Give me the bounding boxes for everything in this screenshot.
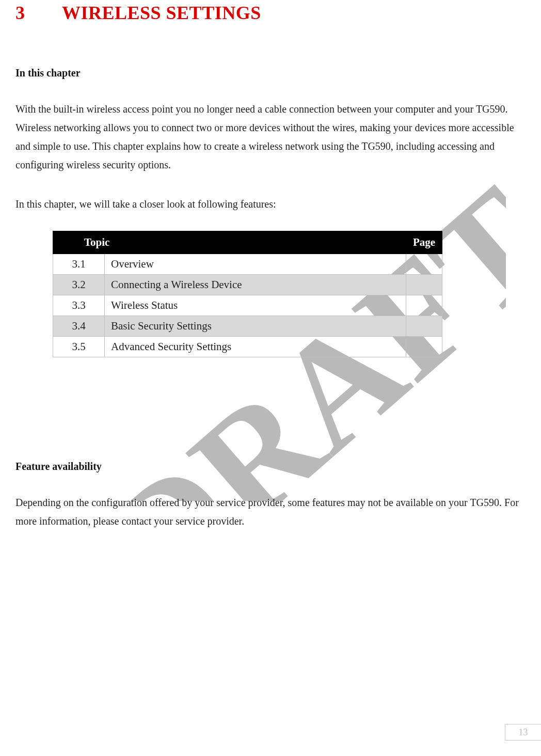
row-num: 3.2: [53, 275, 105, 295]
chapter-number: 3: [15, 2, 62, 24]
intro-heading: In this chapter: [15, 67, 526, 79]
row-title: Connecting a Wireless Device: [105, 275, 406, 295]
row-page: [406, 316, 442, 337]
header-topic: Topic: [53, 231, 406, 254]
row-page: [406, 254, 442, 275]
page-content: 3WIRELESS SETTINGS In this chapter With …: [15, 2, 526, 530]
row-num: 3.1: [53, 254, 105, 275]
page-number: 13: [505, 724, 541, 741]
row-num: 3.3: [53, 295, 105, 316]
table-row: 3.3 Wireless Status: [53, 295, 442, 316]
intro-paragraph: With the built-in wireless access point …: [15, 100, 526, 174]
chapter-heading: 3WIRELESS SETTINGS: [15, 2, 526, 24]
row-page: [406, 275, 442, 295]
row-num: 3.5: [53, 337, 105, 357]
row-num: 3.4: [53, 316, 105, 337]
row-page: [406, 337, 442, 357]
row-title: Wireless Status: [105, 295, 406, 316]
row-title: Basic Security Settings: [105, 316, 406, 337]
table-row: 3.5 Advanced Security Settings: [53, 337, 442, 357]
topics-table: Topic Page 3.1 Overview 3.2 Connecting a…: [53, 231, 442, 357]
row-page: [406, 295, 442, 316]
table-row: 3.2 Connecting a Wireless Device: [53, 275, 442, 295]
feature-heading: Feature availability: [15, 461, 526, 472]
table-row: 3.1 Overview: [53, 254, 442, 275]
chapter-title-text: WIRELESS SETTINGS: [62, 3, 261, 23]
table-header-row: Topic Page: [53, 231, 442, 254]
feature-paragraph: Depending on the configuration offered b…: [15, 493, 526, 530]
intro-lead: In this chapter, we will take a closer l…: [15, 195, 526, 213]
header-page: Page: [406, 231, 442, 254]
row-title: Overview: [105, 254, 406, 275]
table-row: 3.4 Basic Security Settings: [53, 316, 442, 337]
row-title: Advanced Security Settings: [105, 337, 406, 357]
